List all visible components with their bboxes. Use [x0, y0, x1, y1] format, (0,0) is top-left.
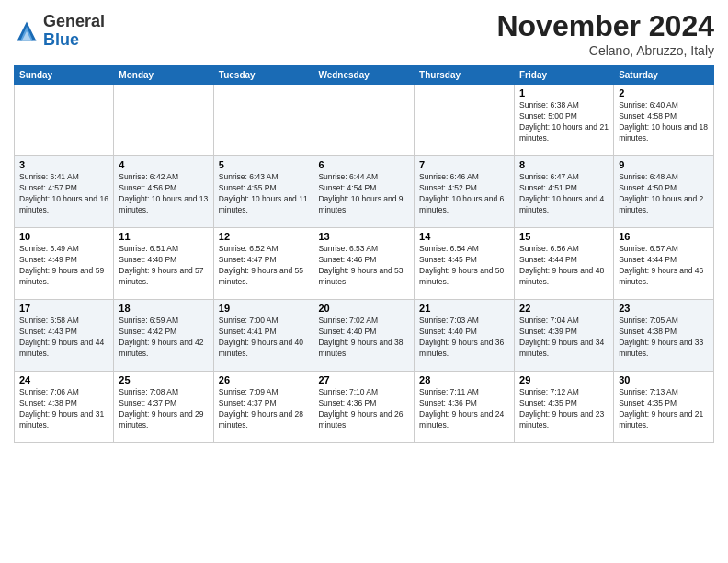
- day-number: 26: [219, 374, 309, 385]
- day-number: 13: [318, 231, 409, 242]
- day-info: Sunrise: 6:38 AMSunset: 5:00 PMDaylight:…: [519, 100, 609, 144]
- col-tuesday: Tuesday: [213, 66, 313, 85]
- header: General Blue November 2024 Celano, Abruz…: [14, 9, 714, 58]
- day-info: Sunrise: 6:43 AMSunset: 4:55 PMDaylight:…: [219, 172, 309, 216]
- calendar-cell: 13Sunrise: 6:53 AMSunset: 4:46 PMDayligh…: [313, 228, 415, 300]
- day-number: 15: [519, 231, 609, 242]
- calendar-cell: 25Sunrise: 7:08 AMSunset: 4:37 PMDayligh…: [114, 372, 213, 443]
- day-info: Sunrise: 6:41 AMSunset: 4:57 PMDaylight:…: [19, 172, 108, 216]
- col-friday: Friday: [515, 66, 614, 85]
- day-info: Sunrise: 7:13 AMSunset: 4:35 PMDaylight:…: [619, 387, 709, 431]
- day-number: 6: [318, 159, 409, 170]
- day-info: Sunrise: 7:05 AMSunset: 4:38 PMDaylight:…: [619, 316, 709, 360]
- day-number: 25: [119, 374, 208, 385]
- day-info: Sunrise: 7:02 AMSunset: 4:40 PMDaylight:…: [318, 316, 409, 360]
- day-info: Sunrise: 7:09 AMSunset: 4:37 PMDaylight:…: [219, 387, 309, 431]
- calendar-cell: 7Sunrise: 6:46 AMSunset: 4:52 PMDaylight…: [415, 156, 515, 228]
- day-number: 29: [519, 374, 609, 385]
- day-info: Sunrise: 6:53 AMSunset: 4:46 PMDaylight:…: [318, 244, 409, 288]
- calendar-cell: 12Sunrise: 6:52 AMSunset: 4:47 PMDayligh…: [213, 228, 313, 300]
- calendar-cell: 4Sunrise: 6:42 AMSunset: 4:56 PMDaylight…: [114, 156, 213, 228]
- calendar-cell: 6Sunrise: 6:44 AMSunset: 4:54 PMDaylight…: [313, 156, 415, 228]
- day-number: 4: [119, 159, 208, 170]
- logo-blue: Blue: [43, 31, 105, 50]
- page: General Blue November 2024 Celano, Abruz…: [0, 0, 728, 563]
- logo: General Blue: [14, 13, 105, 50]
- week-row-3: 17Sunrise: 6:58 AMSunset: 4:43 PMDayligh…: [15, 300, 714, 372]
- month-title: November 2024: [496, 9, 714, 43]
- day-info: Sunrise: 7:12 AMSunset: 4:35 PMDaylight:…: [519, 387, 609, 431]
- day-info: Sunrise: 6:42 AMSunset: 4:56 PMDaylight:…: [119, 172, 208, 216]
- day-info: Sunrise: 7:08 AMSunset: 4:37 PMDaylight:…: [119, 387, 208, 431]
- col-sunday: Sunday: [15, 66, 114, 85]
- day-info: Sunrise: 6:54 AMSunset: 4:45 PMDaylight:…: [419, 244, 509, 288]
- calendar-cell: 21Sunrise: 7:03 AMSunset: 4:40 PMDayligh…: [415, 300, 515, 372]
- day-number: 5: [219, 159, 309, 170]
- day-number: 22: [519, 303, 609, 314]
- calendar-cell: [213, 85, 313, 156]
- day-info: Sunrise: 7:04 AMSunset: 4:39 PMDaylight:…: [519, 316, 609, 360]
- day-number: 12: [219, 231, 309, 242]
- day-info: Sunrise: 6:58 AMSunset: 4:43 PMDaylight:…: [19, 316, 108, 360]
- calendar-cell: 26Sunrise: 7:09 AMSunset: 4:37 PMDayligh…: [213, 372, 313, 443]
- calendar-cell: 14Sunrise: 6:54 AMSunset: 4:45 PMDayligh…: [415, 228, 515, 300]
- calendar-cell: 5Sunrise: 6:43 AMSunset: 4:55 PMDaylight…: [213, 156, 313, 228]
- location: Celano, Abruzzo, Italy: [496, 43, 714, 58]
- day-number: 3: [19, 159, 108, 170]
- day-number: 20: [318, 303, 409, 314]
- header-row: Sunday Monday Tuesday Wednesday Thursday…: [15, 66, 714, 85]
- day-info: Sunrise: 7:11 AMSunset: 4:36 PMDaylight:…: [419, 387, 509, 431]
- day-info: Sunrise: 7:03 AMSunset: 4:40 PMDaylight:…: [419, 316, 509, 360]
- calendar-cell: 23Sunrise: 7:05 AMSunset: 4:38 PMDayligh…: [614, 300, 714, 372]
- calendar-cell: 30Sunrise: 7:13 AMSunset: 4:35 PMDayligh…: [614, 372, 714, 443]
- day-info: Sunrise: 6:56 AMSunset: 4:44 PMDaylight:…: [519, 244, 609, 288]
- day-number: 17: [19, 303, 108, 314]
- day-number: 27: [318, 374, 409, 385]
- calendar-cell: 11Sunrise: 6:51 AMSunset: 4:48 PMDayligh…: [114, 228, 213, 300]
- week-row-2: 10Sunrise: 6:49 AMSunset: 4:49 PMDayligh…: [15, 228, 714, 300]
- logo-general: General: [43, 13, 105, 31]
- calendar-table: Sunday Monday Tuesday Wednesday Thursday…: [14, 65, 714, 443]
- day-number: 11: [119, 231, 208, 242]
- col-thursday: Thursday: [415, 66, 515, 85]
- calendar-cell: 9Sunrise: 6:48 AMSunset: 4:50 PMDaylight…: [614, 156, 714, 228]
- day-number: 16: [619, 231, 709, 242]
- day-info: Sunrise: 6:51 AMSunset: 4:48 PMDaylight:…: [119, 244, 208, 288]
- calendar-cell: 2Sunrise: 6:40 AMSunset: 4:58 PMDaylight…: [614, 85, 714, 156]
- day-number: 7: [419, 159, 509, 170]
- day-info: Sunrise: 7:00 AMSunset: 4:41 PMDaylight:…: [219, 316, 309, 360]
- day-info: Sunrise: 6:44 AMSunset: 4:54 PMDaylight:…: [318, 172, 409, 216]
- calendar-cell: 24Sunrise: 7:06 AMSunset: 4:38 PMDayligh…: [15, 372, 114, 443]
- day-number: 24: [19, 374, 108, 385]
- day-info: Sunrise: 6:57 AMSunset: 4:44 PMDaylight:…: [619, 244, 709, 288]
- day-info: Sunrise: 6:49 AMSunset: 4:49 PMDaylight:…: [19, 244, 108, 288]
- day-number: 28: [419, 374, 509, 385]
- col-wednesday: Wednesday: [313, 66, 415, 85]
- title-block: November 2024 Celano, Abruzzo, Italy: [496, 9, 714, 58]
- day-info: Sunrise: 6:48 AMSunset: 4:50 PMDaylight:…: [619, 172, 709, 216]
- calendar-cell: 20Sunrise: 7:02 AMSunset: 4:40 PMDayligh…: [313, 300, 415, 372]
- week-row-1: 3Sunrise: 6:41 AMSunset: 4:57 PMDaylight…: [15, 156, 714, 228]
- calendar-cell: 29Sunrise: 7:12 AMSunset: 4:35 PMDayligh…: [515, 372, 614, 443]
- calendar-cell: 17Sunrise: 6:58 AMSunset: 4:43 PMDayligh…: [15, 300, 114, 372]
- day-info: Sunrise: 6:46 AMSunset: 4:52 PMDaylight:…: [419, 172, 509, 216]
- col-monday: Monday: [114, 66, 213, 85]
- day-number: 9: [619, 159, 709, 170]
- calendar-cell: [415, 85, 515, 156]
- logo-text: General Blue: [43, 13, 105, 50]
- day-number: 8: [519, 159, 609, 170]
- day-number: 21: [419, 303, 509, 314]
- calendar-cell: 22Sunrise: 7:04 AMSunset: 4:39 PMDayligh…: [515, 300, 614, 372]
- calendar-cell: [114, 85, 213, 156]
- calendar-cell: [15, 85, 114, 156]
- day-info: Sunrise: 6:40 AMSunset: 4:58 PMDaylight:…: [619, 100, 709, 144]
- day-number: 19: [219, 303, 309, 314]
- day-info: Sunrise: 6:59 AMSunset: 4:42 PMDaylight:…: [119, 316, 208, 360]
- day-number: 23: [619, 303, 709, 314]
- logo-icon: [14, 18, 40, 44]
- calendar-cell: 28Sunrise: 7:11 AMSunset: 4:36 PMDayligh…: [415, 372, 515, 443]
- day-number: 30: [619, 374, 709, 385]
- calendar-cell: [313, 85, 415, 156]
- calendar-cell: 8Sunrise: 6:47 AMSunset: 4:51 PMDaylight…: [515, 156, 614, 228]
- day-number: 14: [419, 231, 509, 242]
